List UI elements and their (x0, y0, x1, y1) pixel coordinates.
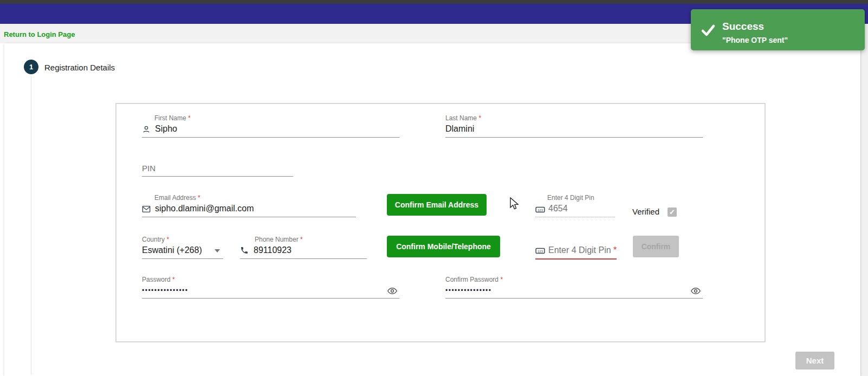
email-input[interactable]: sipho.dlamini@gmail.com (155, 204, 254, 213)
person-icon (142, 125, 151, 134)
required-asterisk: * (478, 114, 481, 122)
first-name-input[interactable]: Sipho (155, 124, 177, 134)
verified-checkbox[interactable]: ✓ (668, 208, 677, 217)
required-asterisk: * (166, 236, 169, 243)
chevron-down-icon[interactable] (215, 249, 220, 252)
required-asterisk: * (500, 276, 503, 283)
pin-keypad-icon: 123 (535, 205, 545, 215)
phone-label: Phone Number * (255, 236, 303, 243)
mouse-cursor (508, 197, 520, 212)
password-underline (142, 298, 399, 299)
pin-input[interactable]: PIN (142, 164, 156, 173)
success-toast[interactable]: Success "Phone OTP sent" (691, 9, 865, 50)
password-input[interactable]: ••••••••••••••• (142, 287, 189, 294)
toast-message: "Phone OTP sent" (722, 36, 788, 44)
check-icon (701, 23, 716, 40)
verified-label: Verified (632, 207, 659, 216)
password-label: Password * (142, 276, 175, 283)
confirm-email-button[interactable]: Confirm Email Address (387, 194, 487, 216)
phone-otp-underline-error (535, 258, 617, 260)
last-name-label: Last Name * (445, 114, 481, 122)
pin-keypad-icon: 123 (535, 246, 545, 256)
last-name-input[interactable]: Dlamini (445, 124, 474, 134)
required-asterisk: * (300, 236, 303, 243)
country-label-text: Country (142, 236, 165, 243)
confirm-otp-button[interactable]: Confirm (633, 236, 679, 257)
email-otp-label: Enter 4 Digit Pin (547, 194, 594, 202)
eye-icon[interactable] (691, 286, 701, 296)
window-top-strip (0, 0, 868, 4)
email-otp-underline (535, 217, 615, 217)
email-otp-input: 4654 (548, 204, 568, 213)
stepper-connector-line (31, 76, 31, 375)
confirm-password-input[interactable]: ••••••••••••••• (445, 287, 492, 294)
first-name-label: First Name * (154, 114, 191, 122)
scrollbar-track[interactable] (860, 24, 868, 376)
phone-underline (240, 258, 367, 259)
country-underline (142, 258, 223, 259)
registration-form-panel (115, 103, 766, 342)
return-to-login-link[interactable]: Return to Login Page (4, 30, 75, 38)
confirm-mobile-button[interactable]: Confirm Mobile/Telephone (387, 236, 500, 257)
phone-icon (240, 246, 249, 255)
first-name-underline (142, 137, 399, 138)
required-asterisk: * (198, 194, 200, 202)
phone-input[interactable]: 89110923 (254, 245, 292, 255)
confirm-password-underline (445, 298, 703, 299)
svg-text:123: 123 (537, 250, 543, 253)
pin-underline (142, 176, 293, 177)
country-label: Country * (142, 236, 169, 243)
eye-icon[interactable] (387, 286, 397, 296)
confirm-password-label-text: Confirm Password (445, 276, 498, 283)
phone-otp-placeholder: Enter 4 Digit Pin (548, 245, 611, 255)
envelope-icon (142, 205, 151, 213)
toast-title: Success (722, 21, 764, 33)
email-label-text: Email Address (154, 194, 196, 202)
step-1-badge: 1 (24, 60, 38, 74)
required-asterisk: * (188, 114, 191, 122)
confirm-password-label: Confirm Password * (445, 276, 503, 283)
next-button[interactable]: Next (795, 352, 834, 369)
last-name-label-text: Last Name (445, 114, 477, 122)
email-underline (142, 217, 356, 217)
required-asterisk: * (613, 245, 617, 255)
first-name-label-text: First Name (154, 114, 186, 122)
step-title: Registration Details (44, 63, 115, 72)
password-label-text: Password (142, 276, 171, 283)
last-name-underline (445, 137, 703, 138)
phone-otp-input[interactable]: Enter 4 Digit Pin * (548, 245, 617, 255)
required-asterisk: * (172, 276, 175, 283)
country-select[interactable]: Eswatini (+268) (142, 245, 202, 255)
phone-label-text: Phone Number (255, 236, 299, 243)
svg-text:123: 123 (537, 209, 543, 212)
email-label: Email Address * (154, 194, 200, 202)
